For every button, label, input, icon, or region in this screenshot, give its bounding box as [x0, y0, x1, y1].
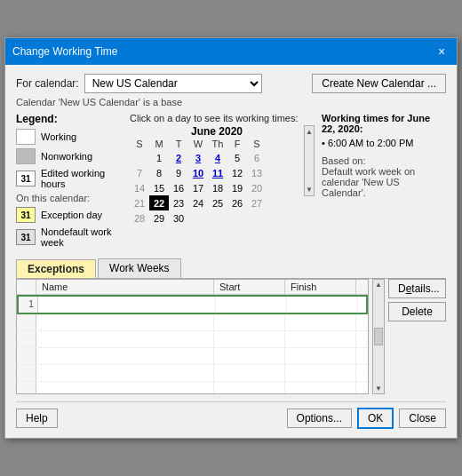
close-button[interactable]: Close	[399, 409, 446, 428]
grid-header: Name Start Finish	[17, 280, 368, 295]
grid-cell-name-3[interactable]	[36, 331, 214, 347]
grid-row-6	[17, 382, 368, 394]
grid-scroll-up[interactable]: ▲	[375, 281, 382, 289]
cal-cell[interactable]: 21	[130, 195, 149, 210]
grid-col-finish: Finish	[285, 280, 356, 294]
cal-today-cell[interactable]: 22	[149, 195, 169, 210]
delete-button[interactable]: Delete	[388, 302, 446, 321]
tab-exceptions[interactable]: Exceptions	[16, 259, 96, 279]
cal-cell[interactable]: 19	[227, 180, 247, 195]
details-button[interactable]: Details...	[388, 279, 446, 298]
grid-scroll-down[interactable]: ▼	[375, 385, 382, 393]
cal-cell[interactable]: 5	[227, 150, 247, 165]
legend-nonworking-label: Nonworking	[41, 151, 92, 162]
grid-scroll-thumb[interactable]	[374, 328, 383, 345]
cal-cell[interactable]: 2	[169, 150, 188, 165]
scroll-down-arrow[interactable]: ▼	[306, 186, 313, 194]
cal-cell[interactable]: 10	[188, 165, 208, 180]
cal-cell[interactable]: 3	[188, 150, 208, 165]
grid-cell-finish-2[interactable]	[285, 314, 356, 330]
cal-cell[interactable]: 13	[247, 165, 267, 180]
legend-exception-box: 31	[16, 207, 36, 223]
cal-day-t: T	[169, 138, 188, 150]
cal-day-m: M	[149, 138, 169, 150]
cal-cell[interactable]: 14	[130, 180, 149, 195]
grid-cell-name-6[interactable]	[36, 382, 214, 394]
grid-cell-name-4[interactable]	[36, 348, 214, 364]
cal-cell[interactable]: 24	[188, 195, 208, 210]
calendar-dropdown[interactable]: New US Calendar	[84, 74, 262, 93]
create-new-calendar-button[interactable]: Create New Calendar ...	[312, 74, 446, 93]
grid-cell-start-3[interactable]	[214, 331, 285, 347]
cal-cell[interactable]	[247, 210, 267, 226]
cal-cell[interactable]	[130, 150, 149, 165]
grid-row-num-1: 1	[19, 297, 38, 313]
grid-cell-name-5[interactable]	[36, 365, 214, 381]
scroll-up-arrow[interactable]: ▲	[306, 128, 313, 136]
cal-cell[interactable]: 9	[169, 165, 188, 180]
cal-cell[interactable]	[208, 210, 227, 226]
dialog-content: For calendar: New US Calendar Create New…	[5, 65, 457, 438]
cal-cell[interactable]: 7	[130, 165, 149, 180]
calendar-click-text: Click on a day to see its working times:	[130, 113, 315, 123]
cal-cell[interactable]: 1	[149, 150, 169, 165]
grid-cell-finish-6[interactable]	[285, 382, 356, 394]
cal-cell[interactable]: 20	[247, 180, 267, 195]
tab-work-weeks[interactable]: Work Weeks	[98, 258, 181, 278]
calendar-table[interactable]: S M T W Th F S	[130, 138, 267, 226]
calendar-panel: Click on a day to see its working times:…	[130, 113, 315, 251]
grid-cell-name-2[interactable]	[36, 314, 214, 330]
cal-cell[interactable]: 15	[149, 180, 169, 195]
based-on-label: Based on:	[322, 155, 366, 166]
cal-cell[interactable]: 26	[227, 195, 247, 210]
grid-row-1[interactable]: 1	[17, 295, 368, 314]
grid-area: Name Start Finish 1	[16, 279, 446, 394]
grid-row-num-4	[17, 348, 36, 364]
legend-nondefault-label: Nondefault work week	[41, 226, 123, 248]
cal-cell[interactable]: 16	[169, 180, 188, 195]
legend-working: Working	[16, 129, 123, 145]
grid-scrollbar[interactable]: ▲ ▼	[372, 279, 385, 394]
grid-cell-start-4[interactable]	[214, 348, 285, 364]
cal-cell[interactable]	[188, 210, 208, 226]
cal-week-0: 1 2 3 4 5 6	[130, 150, 267, 165]
cal-cell[interactable]: 30	[169, 210, 188, 226]
cal-cell[interactable]: 8	[149, 165, 169, 180]
grid-cell-name-1[interactable]	[38, 297, 216, 313]
cal-cell[interactable]: 29	[149, 210, 169, 226]
grid-cell-start-2[interactable]	[214, 314, 285, 330]
legend-title: Legend:	[16, 113, 123, 125]
tabs-area: Exceptions Work Weeks Name Start Finish …	[16, 258, 446, 394]
cal-cell[interactable]: 18	[208, 180, 227, 195]
ok-button[interactable]: OK	[357, 408, 394, 429]
working-times-based-label: Based on: Default work week on calendar …	[322, 155, 446, 198]
cal-cell[interactable]: 23	[169, 195, 188, 210]
grid-cell-finish-1[interactable]	[287, 297, 358, 313]
cal-week-2: 14 15 16 17 18 19 20	[130, 180, 267, 195]
cal-cell[interactable]: 17	[188, 180, 208, 195]
options-button[interactable]: Options...	[287, 409, 352, 428]
change-working-time-dialog: Change Working Time × For calendar: New …	[4, 37, 458, 439]
grid-cell-start-5[interactable]	[214, 365, 285, 381]
calendar-scrollbar[interactable]: ▲ ▼	[304, 125, 315, 196]
grid-cell-start-1[interactable]	[216, 297, 287, 313]
cal-cell[interactable]: 11	[208, 165, 227, 180]
for-calendar-label: For calendar:	[16, 77, 79, 90]
cal-cell[interactable]: 25	[208, 195, 227, 210]
legend-nonworking-box	[16, 148, 36, 164]
cal-day-w: W	[188, 138, 208, 150]
help-button[interactable]: Help	[16, 409, 58, 428]
cal-day-s1: S	[130, 138, 149, 150]
cal-cell[interactable]	[227, 210, 247, 226]
grid-cell-finish-5[interactable]	[285, 365, 356, 381]
grid-cell-finish-3[interactable]	[285, 331, 356, 347]
close-icon[interactable]: ×	[434, 44, 450, 60]
grid-cell-finish-4[interactable]	[285, 348, 356, 364]
cal-cell[interactable]: 6	[247, 150, 267, 165]
cal-cell[interactable]: 27	[247, 195, 267, 210]
cal-cell[interactable]: 28	[130, 210, 149, 226]
cal-cell[interactable]: 4	[208, 150, 227, 165]
cal-cell[interactable]: 12	[227, 165, 247, 180]
grid-cell-start-6[interactable]	[214, 382, 285, 394]
bottom-bar: Help Options... OK Close	[16, 401, 446, 429]
